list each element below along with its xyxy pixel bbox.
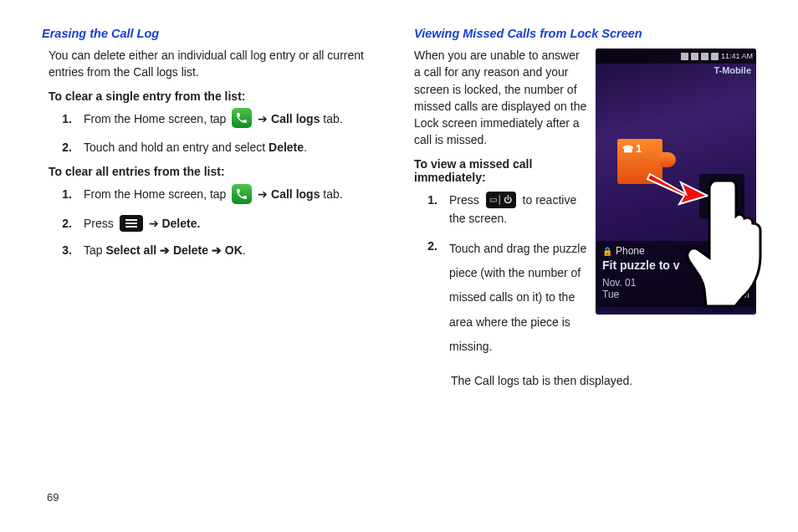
- list-item: 1. From the Home screen, tap ➔ Call logs…: [59, 185, 384, 205]
- list-item: 3. Tap Select all ➔ Delete ➔ OK.: [59, 241, 384, 259]
- list-item: 2. Touch and drag the puzzle piece (with…: [424, 237, 587, 360]
- date-month-day: Nov. 01: [602, 277, 636, 289]
- status-icon: [691, 53, 698, 60]
- text-fragment: tab.: [323, 187, 342, 201]
- text-fragment: Tap: [84, 243, 105, 257]
- signal-icon: [701, 53, 708, 60]
- subheading-clear-single: To clear a single entry from the list:: [49, 90, 384, 103]
- missed-call-puzzle-piece: 1: [617, 139, 662, 184]
- menu-icon: [120, 215, 143, 232]
- text-fragment: From the Home screen, tap: [84, 112, 229, 125]
- heading-erasing-call-log: Erasing the Call Log: [42, 27, 384, 40]
- text-fragment: Press: [449, 193, 483, 207]
- intro-text: When you are unable to answer a call for…: [414, 47, 587, 149]
- right-content-row: When you are unable to answer a call for…: [414, 47, 756, 368]
- step-body: Press ➔ Delete.: [84, 214, 384, 233]
- step-number: 3.: [59, 241, 72, 259]
- list-item: 2. Press ➔ Delete.: [59, 214, 384, 233]
- step-body: Press ▭│⏻ to reactive the screen.: [449, 191, 587, 228]
- arrow-glyph: ➔: [149, 217, 159, 230]
- steps-clear-all: 1. From the Home screen, tap ➔ Call logs…: [59, 185, 384, 259]
- steps-clear-single: 1. From the Home screen, tap ➔ Call logs…: [59, 110, 384, 157]
- intro-text: You can delete either an individual call…: [49, 47, 384, 81]
- fit-puzzle-text: Fit puzzle to v: [602, 258, 749, 272]
- phone-icon: [232, 108, 252, 128]
- subheading-clear-all: To clear all entries from the list:: [49, 165, 384, 178]
- arrow-glyph: ➔: [258, 187, 268, 201]
- list-item: 1. Press ▭│⏻ to reactive the screen.: [424, 191, 587, 228]
- date-weekday: Tue: [602, 289, 619, 300]
- phone-icon: [232, 184, 252, 204]
- date-line: Nov. 01Tue AM: [602, 277, 749, 300]
- lock-icon: 🔒: [602, 247, 612, 256]
- right-column: Viewing Missed Calls from Lock Screen Wh…: [414, 27, 756, 390]
- ampm-label: AM: [734, 289, 749, 300]
- step-number: 1.: [59, 110, 72, 128]
- step-number: 2.: [59, 214, 72, 233]
- lock-hint-line: 🔒 Phone vent: [602, 245, 749, 257]
- subheading-view-missed: To view a missed call immediately:: [414, 157, 587, 184]
- list-item: 2. Touch and hold an entry and select De…: [59, 138, 384, 156]
- step-number: 2.: [59, 138, 72, 156]
- heading-viewing-missed: Viewing Missed Calls from Lock Screen: [414, 27, 756, 40]
- carrier-label: T-Mobile: [714, 65, 751, 75]
- text-fragment: Press: [84, 217, 117, 230]
- step-body: From the Home screen, tap ➔ Call logs ta…: [84, 185, 384, 205]
- step-body: From the Home screen, tap ➔ Call logs ta…: [84, 110, 384, 130]
- bold-text: Call logs: [271, 112, 320, 125]
- text-fragment: .: [304, 141, 307, 154]
- status-bar: 11:41 AM: [596, 49, 756, 64]
- step-number: 2.: [424, 237, 437, 255]
- closing-text: The Call logs tab is then displayed.: [451, 371, 756, 390]
- status-icon: [681, 53, 688, 60]
- step-number: 1.: [424, 191, 437, 209]
- lock-label: Phone: [616, 245, 645, 257]
- step-body: Touch and drag the puzzle piece (with th…: [449, 237, 587, 360]
- right-text-block: When you are unable to answer a call for…: [414, 47, 587, 368]
- list-item: 1. From the Home screen, tap ➔ Call logs…: [59, 110, 384, 130]
- phone-screen: 11:41 AM T-Mobile 1 🔒 Phone: [596, 49, 756, 315]
- power-lock-icon: ▭│⏻: [486, 192, 516, 208]
- bold-text: OK: [225, 243, 243, 257]
- lock-info-strip: 🔒 Phone vent Fit puzzle to v Nov. 01Tue …: [596, 241, 756, 307]
- bold-text: Call logs: [271, 187, 320, 201]
- step-number: 1.: [59, 185, 72, 203]
- bold-text: Delete.: [161, 217, 200, 230]
- text-fragment: Touch and hold an entry and select: [84, 141, 269, 154]
- page-columns: Erasing the Call Log You can delete eith…: [42, 27, 756, 390]
- text-fragment: tab.: [323, 112, 342, 125]
- steps-view-missed: 1. Press ▭│⏻ to reactive the screen. 2. …: [424, 191, 587, 360]
- battery-icon: [711, 53, 719, 60]
- status-time: 11:41 AM: [721, 52, 753, 60]
- arrow-glyph: ➔: [212, 243, 225, 257]
- text-fragment: From the Home screen, tap: [84, 187, 229, 201]
- step-body: Touch and hold an entry and select Delet…: [84, 138, 384, 156]
- puzzle-target-slot: [699, 174, 744, 219]
- left-column: Erasing the Call Log You can delete eith…: [42, 27, 384, 390]
- arrow-glyph: ➔: [258, 112, 268, 125]
- text-fragment: .: [243, 243, 246, 257]
- bold-text: Delete: [269, 141, 304, 154]
- arrow-glyph: ➔: [160, 243, 173, 257]
- bold-text: Delete: [173, 243, 208, 257]
- step-body: Tap Select all ➔ Delete ➔ OK.: [84, 241, 384, 259]
- bold-text: Select all: [105, 243, 156, 257]
- event-suffix: vent: [730, 245, 749, 257]
- page-number: 69: [47, 491, 59, 504]
- lock-screen-figure: 11:41 AM T-Mobile 1 🔒 Phone: [596, 49, 756, 316]
- missed-count-badge: 1: [622, 142, 642, 155]
